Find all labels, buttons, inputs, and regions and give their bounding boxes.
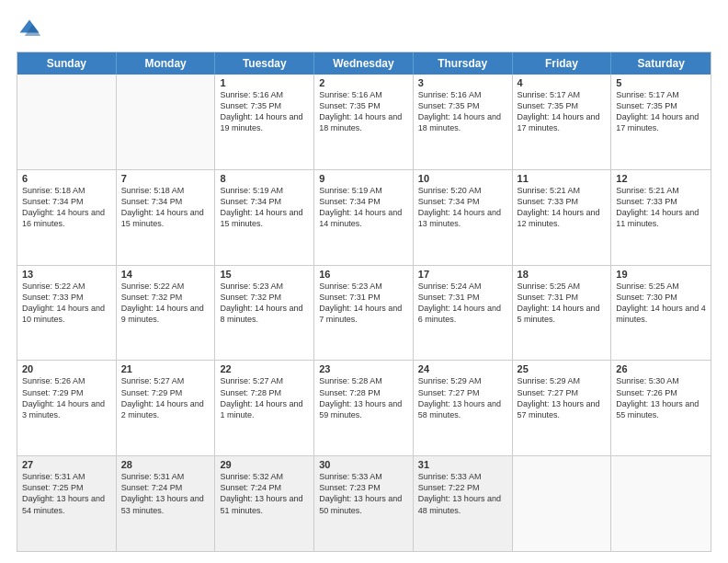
day-cell-1: 1Sunrise: 5:16 AM Sunset: 7:35 PM Daylig… xyxy=(215,75,314,169)
day-number: 23 xyxy=(319,363,408,374)
day-number: 13 xyxy=(22,269,111,280)
day-number: 21 xyxy=(121,363,210,374)
day-number: 15 xyxy=(220,269,309,280)
header-day-thursday: Thursday xyxy=(414,52,513,75)
day-number: 6 xyxy=(22,173,111,184)
day-cell-8: 8Sunrise: 5:19 AM Sunset: 7:34 PM Daylig… xyxy=(215,170,314,265)
day-cell-12: 12Sunrise: 5:21 AM Sunset: 7:33 PM Dayli… xyxy=(611,170,711,265)
day-number: 14 xyxy=(121,269,210,280)
day-cell-28: 28Sunrise: 5:31 AM Sunset: 7:24 PM Dayli… xyxy=(117,456,216,551)
day-cell-2: 2Sunrise: 5:16 AM Sunset: 7:35 PM Daylig… xyxy=(314,75,414,169)
day-number: 8 xyxy=(220,173,309,184)
day-cell-24: 24Sunrise: 5:29 AM Sunset: 7:27 PM Dayli… xyxy=(414,361,513,455)
day-cell-7: 7Sunrise: 5:18 AM Sunset: 7:34 PM Daylig… xyxy=(117,170,216,265)
calendar-body: 1Sunrise: 5:16 AM Sunset: 7:35 PM Daylig… xyxy=(17,75,711,551)
day-info: Sunrise: 5:16 AM Sunset: 7:35 PM Dayligh… xyxy=(220,89,309,134)
day-info: Sunrise: 5:23 AM Sunset: 7:32 PM Dayligh… xyxy=(220,281,309,326)
day-number: 27 xyxy=(22,459,111,470)
day-number: 11 xyxy=(518,173,607,184)
day-cell-13: 13Sunrise: 5:22 AM Sunset: 7:33 PM Dayli… xyxy=(17,266,117,361)
day-cell-6: 6Sunrise: 5:18 AM Sunset: 7:34 PM Daylig… xyxy=(17,170,117,265)
empty-cell xyxy=(17,75,117,169)
day-cell-10: 10Sunrise: 5:20 AM Sunset: 7:34 PM Dayli… xyxy=(414,170,513,265)
day-info: Sunrise: 5:26 AM Sunset: 7:29 PM Dayligh… xyxy=(22,375,111,420)
day-info: Sunrise: 5:30 AM Sunset: 7:26 PM Dayligh… xyxy=(616,375,706,420)
day-number: 2 xyxy=(319,77,408,88)
calendar-week-2: 6Sunrise: 5:18 AM Sunset: 7:34 PM Daylig… xyxy=(17,170,711,266)
header-day-sunday: Sunday xyxy=(17,52,117,75)
day-info: Sunrise: 5:25 AM Sunset: 7:31 PM Dayligh… xyxy=(518,281,607,326)
header-day-tuesday: Tuesday xyxy=(215,52,314,75)
day-cell-19: 19Sunrise: 5:25 AM Sunset: 7:30 PM Dayli… xyxy=(611,266,711,361)
calendar-week-5: 27Sunrise: 5:31 AM Sunset: 7:25 PM Dayli… xyxy=(17,456,711,551)
day-number: 30 xyxy=(319,459,408,470)
day-number: 19 xyxy=(616,269,706,280)
empty-cell xyxy=(117,75,216,169)
day-info: Sunrise: 5:32 AM Sunset: 7:24 PM Dayligh… xyxy=(220,471,309,516)
day-number: 17 xyxy=(418,269,507,280)
day-cell-27: 27Sunrise: 5:31 AM Sunset: 7:25 PM Dayli… xyxy=(17,456,117,551)
day-info: Sunrise: 5:22 AM Sunset: 7:32 PM Dayligh… xyxy=(121,281,210,326)
day-number: 31 xyxy=(418,459,507,470)
calendar-week-1: 1Sunrise: 5:16 AM Sunset: 7:35 PM Daylig… xyxy=(17,75,711,170)
day-cell-21: 21Sunrise: 5:27 AM Sunset: 7:29 PM Dayli… xyxy=(117,361,216,455)
day-info: Sunrise: 5:23 AM Sunset: 7:31 PM Dayligh… xyxy=(319,281,408,326)
logo-icon xyxy=(17,17,42,42)
day-info: Sunrise: 5:31 AM Sunset: 7:24 PM Dayligh… xyxy=(121,471,210,516)
day-info: Sunrise: 5:33 AM Sunset: 7:23 PM Dayligh… xyxy=(319,471,408,516)
day-number: 4 xyxy=(518,77,607,88)
calendar-week-3: 13Sunrise: 5:22 AM Sunset: 7:33 PM Dayli… xyxy=(17,266,711,362)
day-info: Sunrise: 5:20 AM Sunset: 7:34 PM Dayligh… xyxy=(418,185,507,230)
day-info: Sunrise: 5:33 AM Sunset: 7:22 PM Dayligh… xyxy=(418,471,507,516)
day-number: 5 xyxy=(616,77,706,88)
day-number: 28 xyxy=(121,459,210,470)
day-info: Sunrise: 5:19 AM Sunset: 7:34 PM Dayligh… xyxy=(319,185,408,230)
day-number: 3 xyxy=(418,77,507,88)
day-cell-14: 14Sunrise: 5:22 AM Sunset: 7:32 PM Dayli… xyxy=(117,266,216,361)
calendar: SundayMondayTuesdayWednesdayThursdayFrid… xyxy=(17,52,711,552)
day-cell-9: 9Sunrise: 5:19 AM Sunset: 7:34 PM Daylig… xyxy=(314,170,414,265)
day-cell-25: 25Sunrise: 5:29 AM Sunset: 7:27 PM Dayli… xyxy=(513,361,612,455)
header xyxy=(17,17,711,42)
day-number: 18 xyxy=(518,269,607,280)
day-cell-31: 31Sunrise: 5:33 AM Sunset: 7:22 PM Dayli… xyxy=(414,456,513,551)
day-cell-4: 4Sunrise: 5:17 AM Sunset: 7:35 PM Daylig… xyxy=(513,75,612,169)
day-number: 20 xyxy=(22,363,111,374)
day-cell-11: 11Sunrise: 5:21 AM Sunset: 7:33 PM Dayli… xyxy=(513,170,612,265)
day-cell-5: 5Sunrise: 5:17 AM Sunset: 7:35 PM Daylig… xyxy=(611,75,711,169)
day-cell-20: 20Sunrise: 5:26 AM Sunset: 7:29 PM Dayli… xyxy=(17,361,117,455)
day-number: 22 xyxy=(220,363,309,374)
day-cell-30: 30Sunrise: 5:33 AM Sunset: 7:23 PM Dayli… xyxy=(314,456,414,551)
day-info: Sunrise: 5:28 AM Sunset: 7:28 PM Dayligh… xyxy=(319,375,408,420)
day-info: Sunrise: 5:29 AM Sunset: 7:27 PM Dayligh… xyxy=(518,375,607,420)
day-number: 9 xyxy=(319,173,408,184)
day-cell-22: 22Sunrise: 5:27 AM Sunset: 7:28 PM Dayli… xyxy=(215,361,314,455)
empty-cell xyxy=(611,456,711,551)
page: SundayMondayTuesdayWednesdayThursdayFrid… xyxy=(0,0,728,563)
day-number: 16 xyxy=(319,269,408,280)
empty-cell xyxy=(513,456,612,551)
day-number: 12 xyxy=(616,173,706,184)
day-info: Sunrise: 5:17 AM Sunset: 7:35 PM Dayligh… xyxy=(616,89,706,134)
header-day-friday: Friday xyxy=(513,52,612,75)
day-cell-29: 29Sunrise: 5:32 AM Sunset: 7:24 PM Dayli… xyxy=(215,456,314,551)
day-info: Sunrise: 5:24 AM Sunset: 7:31 PM Dayligh… xyxy=(418,281,507,326)
day-info: Sunrise: 5:27 AM Sunset: 7:28 PM Dayligh… xyxy=(220,375,309,420)
day-number: 29 xyxy=(220,459,309,470)
day-cell-15: 15Sunrise: 5:23 AM Sunset: 7:32 PM Dayli… xyxy=(215,266,314,361)
day-info: Sunrise: 5:16 AM Sunset: 7:35 PM Dayligh… xyxy=(418,89,507,134)
day-cell-26: 26Sunrise: 5:30 AM Sunset: 7:26 PM Dayli… xyxy=(611,361,711,455)
header-day-monday: Monday xyxy=(117,52,216,75)
day-info: Sunrise: 5:27 AM Sunset: 7:29 PM Dayligh… xyxy=(121,375,210,420)
day-info: Sunrise: 5:29 AM Sunset: 7:27 PM Dayligh… xyxy=(418,375,507,420)
day-info: Sunrise: 5:22 AM Sunset: 7:33 PM Dayligh… xyxy=(22,281,111,326)
day-info: Sunrise: 5:21 AM Sunset: 7:33 PM Dayligh… xyxy=(518,185,607,230)
header-day-saturday: Saturday xyxy=(611,52,711,75)
header-day-wednesday: Wednesday xyxy=(314,52,414,75)
day-info: Sunrise: 5:19 AM Sunset: 7:34 PM Dayligh… xyxy=(220,185,309,230)
day-cell-3: 3Sunrise: 5:16 AM Sunset: 7:35 PM Daylig… xyxy=(414,75,513,169)
day-number: 1 xyxy=(220,77,309,88)
day-cell-18: 18Sunrise: 5:25 AM Sunset: 7:31 PM Dayli… xyxy=(513,266,612,361)
day-info: Sunrise: 5:17 AM Sunset: 7:35 PM Dayligh… xyxy=(518,89,607,134)
day-info: Sunrise: 5:31 AM Sunset: 7:25 PM Dayligh… xyxy=(22,471,111,516)
